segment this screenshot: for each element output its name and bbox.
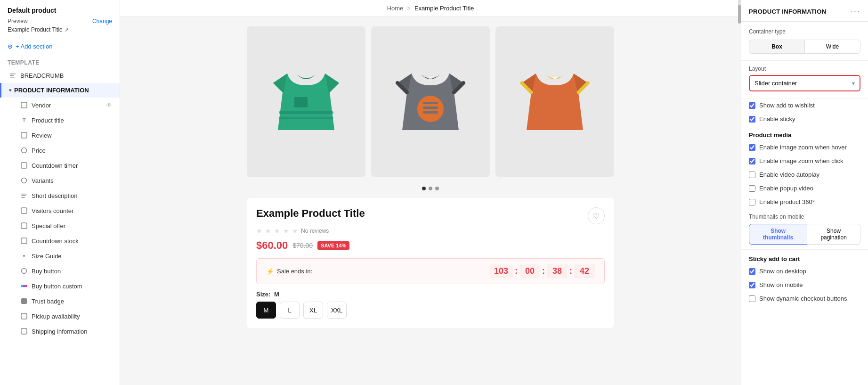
shipping-label: Shipping information xyxy=(32,328,112,335)
image-slider xyxy=(247,26,614,177)
product-detail: Example Product Title ♡ ★ ★ ★ ★ ★ No rev… xyxy=(247,198,614,328)
breadcrumb-home[interactable]: Home xyxy=(387,5,404,12)
sidebar-item-variants[interactable]: Variants xyxy=(0,173,120,188)
slide-3[interactable] xyxy=(495,26,614,177)
countdown-timer-label: Countdown timer xyxy=(32,162,112,169)
panel-more-button[interactable]: ··· xyxy=(851,7,860,16)
show-wishlist-label: Show add to wishlist xyxy=(759,102,815,109)
size-guide-icon xyxy=(20,252,28,260)
sidebar-item-countdown-stock[interactable]: Countdown stock xyxy=(0,233,120,248)
layout-label: Layout xyxy=(749,66,860,72)
svg-rect-13 xyxy=(21,238,27,244)
show-pagination-btn[interactable]: Show pagination xyxy=(807,224,860,245)
svg-rect-9 xyxy=(21,196,26,197)
wishlist-button[interactable]: ♡ xyxy=(588,207,605,224)
image-zoom-hover-row: Enable image zoom when hover xyxy=(741,140,868,154)
svg-point-18 xyxy=(25,285,27,287)
sidebar-item-special-offer[interactable]: Special offer xyxy=(0,218,120,233)
short-desc-label: Short description xyxy=(32,192,112,199)
buy-button-icon xyxy=(20,267,28,275)
sidebar-item-product-title[interactable]: T Product title xyxy=(0,113,120,128)
slide-dot-2[interactable] xyxy=(429,187,432,190)
pickup-icon xyxy=(20,312,28,320)
price-original: $70.00 xyxy=(292,242,313,249)
svg-rect-4 xyxy=(21,132,27,138)
svg-rect-21 xyxy=(21,328,27,334)
svg-rect-0 xyxy=(10,74,16,74)
video-autoplay-checkbox[interactable] xyxy=(749,172,755,178)
svg-point-7 xyxy=(22,178,27,183)
sidebar-item-review[interactable]: Review xyxy=(0,128,120,143)
sidebar-item-buy-button[interactable]: Buy button xyxy=(0,263,120,279)
plus-icon: ⊕ xyxy=(8,43,13,50)
show-mobile-checkbox[interactable] xyxy=(749,282,755,288)
add-section-button[interactable]: ⊕ + Add section xyxy=(8,43,52,50)
sidebar-item-short-description[interactable]: Short description xyxy=(0,188,120,203)
product-title-label: Product title xyxy=(32,117,112,124)
image-zoom-hover-checkbox[interactable] xyxy=(749,144,755,151)
show-desktop-label: Show on desktop xyxy=(759,268,806,275)
slide-dot-3[interactable] xyxy=(435,187,439,190)
video-autoplay-label: Enable video autoplay xyxy=(759,171,819,178)
slide-dot-1[interactable] xyxy=(422,187,426,190)
product-360-checkbox[interactable] xyxy=(749,199,755,205)
size-label: Size: M xyxy=(256,291,605,298)
size-guide-label: Size Guide xyxy=(32,253,112,260)
price-current: $60.00 xyxy=(256,239,288,252)
sidebar-item-size-guide[interactable]: Size Guide xyxy=(0,248,120,263)
svg-rect-23 xyxy=(279,111,333,114)
buy-button-custom-label: Buy button custom xyxy=(32,283,112,290)
size-btn-xl[interactable]: XL xyxy=(303,302,323,319)
change-link[interactable]: Change xyxy=(92,18,112,25)
countdown-minutes: 00 xyxy=(519,264,540,278)
layout-select[interactable]: Slider container Grid container Single i… xyxy=(750,76,860,90)
sidebar-item-breadcrumb[interactable]: BREADCRUMB xyxy=(0,68,120,83)
eye-icon[interactable]: 👁 xyxy=(106,102,112,109)
image-zoom-click-checkbox[interactable] xyxy=(749,158,755,164)
count-sep-2: : xyxy=(542,266,545,276)
sidebar-item-trust-badge[interactable]: Trust badge xyxy=(0,294,120,309)
product-name-link[interactable]: Example Product Title ↗ xyxy=(8,26,69,33)
show-desktop-checkbox[interactable] xyxy=(749,268,755,275)
sidebar-item-pickup-availability[interactable]: Pickup availability xyxy=(0,309,120,324)
popup-video-checkbox[interactable] xyxy=(749,185,755,192)
size-btn-l[interactable]: L xyxy=(280,302,300,319)
thumbnail-btns: Show thumbnails Show pagination xyxy=(749,224,860,245)
svg-rect-24 xyxy=(279,117,333,119)
container-btn-wide[interactable]: Wide xyxy=(804,40,860,54)
dynamic-checkout-label: Show dynamic checkout buttons xyxy=(759,295,847,302)
show-wishlist-checkbox[interactable] xyxy=(749,102,755,109)
svg-rect-11 xyxy=(21,208,27,213)
slide-1[interactable] xyxy=(247,26,365,177)
show-mobile-row: Show on mobile xyxy=(741,278,868,292)
breadcrumb-icon xyxy=(9,72,16,79)
size-btn-xxl[interactable]: XXL xyxy=(327,302,347,319)
countdown-bar: ⚡ Sale ends in: 103 : 00 : 38 : 42 xyxy=(256,258,605,284)
enable-sticky-label: Enable sticky xyxy=(759,115,795,123)
sidebar-section-product-info[interactable]: ▾ PRODUCT INFORMATION xyxy=(0,83,120,98)
show-thumbnails-btn[interactable]: Show thumbnails xyxy=(749,224,807,245)
sidebar-item-price[interactable]: Price xyxy=(0,143,120,158)
vendor-icon xyxy=(20,101,28,109)
product-360-row: Enable product 360° xyxy=(741,195,868,209)
sidebar-item-countdown-timer[interactable]: Countdown timer xyxy=(0,158,120,173)
sidebar-item-buy-button-custom[interactable]: Buy button custom xyxy=(0,279,120,294)
enable-sticky-checkbox[interactable] xyxy=(749,116,755,123)
show-mobile-label: Show on mobile xyxy=(759,281,803,288)
dynamic-checkout-checkbox[interactable] xyxy=(749,295,755,302)
image-zoom-click-label: Enable image zoom when click xyxy=(759,157,843,164)
container-btn-box[interactable]: Box xyxy=(749,40,804,54)
buy-button-custom-icon xyxy=(20,282,28,290)
app-title: Default product xyxy=(8,7,112,14)
popup-video-row: Enable popup video xyxy=(741,181,868,195)
count-sep-1: : xyxy=(515,266,518,276)
sidebar-item-shipping-info[interactable]: Shipping information xyxy=(0,324,120,339)
svg-rect-29 xyxy=(429,77,432,79)
external-link-icon: ↗ xyxy=(65,27,69,33)
sidebar-item-vendor[interactable]: Vendor 👁 xyxy=(0,98,120,113)
size-btn-m[interactable]: M xyxy=(256,302,276,319)
sidebar-item-breadcrumb-label: BREADCRUMB xyxy=(20,72,112,79)
slide-2[interactable] xyxy=(371,26,490,177)
right-panel: PRODUCT INFORMATION ··· Container type B… xyxy=(741,0,868,385)
sidebar-item-visitors-counter[interactable]: Visitors counter xyxy=(0,203,120,218)
